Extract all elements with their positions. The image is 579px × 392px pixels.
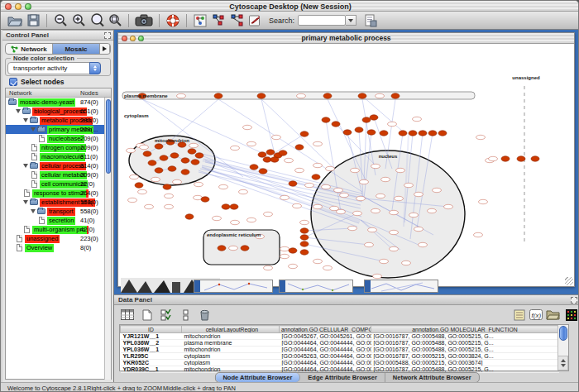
tree-row-overview[interactable]: Overview8(0): [6, 243, 111, 252]
graph-node[interactable]: [376, 93, 385, 98]
graph-node[interactable]: [474, 232, 483, 237]
table-scrollbar-thumb[interactable]: [559, 326, 567, 341]
graph-node[interactable]: [313, 163, 323, 167]
search-dropdown-button[interactable]: [346, 15, 356, 26]
graph-node[interactable]: [280, 195, 290, 199]
attribute-table-icon[interactable]: [119, 308, 135, 322]
graph-node[interactable]: [300, 220, 309, 224]
graph-node[interactable]: [264, 212, 273, 216]
graph-node[interactable]: [297, 93, 306, 98]
tab-edge-attribute-browser[interactable]: Edge Attribute Browser: [300, 373, 385, 382]
graph-node-selected[interactable]: [289, 181, 297, 186]
graph-node-selected[interactable]: [191, 160, 199, 165]
tree-row-multi-organism-pro[interactable]: multi-organism pro42(0): [6, 225, 111, 234]
graph-node[interactable]: [173, 179, 182, 184]
tab-network[interactable]: Network: [6, 44, 53, 54]
table-column-header[interactable]: ID: [121, 326, 182, 333]
zoom-selected-icon[interactable]: [88, 12, 106, 29]
disclosure-triangle-icon[interactable]: [31, 209, 36, 213]
graph-node-selected[interactable]: [343, 130, 352, 135]
graph-node[interactable]: [295, 168, 304, 172]
graph-node[interactable]: [326, 166, 335, 170]
graph-node-selected[interactable]: [222, 204, 230, 209]
graph-node[interactable]: [130, 174, 139, 179]
graph-node[interactable]: [280, 246, 290, 251]
graph-node[interactable]: [373, 274, 382, 278]
zoom-fit-icon[interactable]: [106, 12, 124, 29]
graph-node[interactable]: [381, 177, 390, 181]
graph-node[interactable]: [313, 259, 323, 263]
graph-node[interactable]: [371, 164, 380, 168]
graph-node[interactable]: [231, 220, 240, 224]
graph-node[interactable]: [353, 211, 362, 215]
disclosure-triangle-icon[interactable]: [16, 109, 21, 113]
graph-node[interactable]: [138, 189, 147, 194]
graph-edge[interactable]: [362, 96, 403, 131]
graph-node[interactable]: [390, 230, 399, 234]
tree-row-transport[interactable]: transport558(0): [6, 207, 111, 216]
graph-node-selected[interactable]: [358, 93, 366, 98]
graph-node-selected[interactable]: [391, 93, 400, 98]
graph-node-selected[interactable]: [214, 93, 223, 98]
graph-node[interactable]: [489, 156, 498, 160]
graph-node[interactable]: [127, 148, 136, 152]
graph-node-selected[interactable]: [185, 214, 194, 219]
graph-node[interactable]: [272, 135, 281, 139]
graph-node-selected[interactable]: [300, 131, 309, 136]
graph-node[interactable]: [145, 204, 154, 208]
graph-node[interactable]: [194, 182, 203, 186]
node-color-dropdown[interactable]: transporter activity: [7, 62, 101, 74]
table-column-header[interactable]: _cellularLayoutRegion: [182, 326, 280, 333]
disclosure-triangle-icon[interactable]: [23, 118, 28, 122]
tree-scrollbar[interactable]: [104, 98, 111, 380]
network-view-icon[interactable]: [191, 12, 209, 29]
tree-row-cellular-metabol[interactable]: cellular metabol209(0): [6, 170, 111, 179]
graph-node[interactable]: [409, 213, 419, 217]
graph-node[interactable]: [322, 184, 331, 189]
import-matrix-icon[interactable]: [563, 308, 579, 322]
window-titlebar[interactable]: Cytoscape Desktop (New Session): [1, 1, 579, 12]
graph-node-selected[interactable]: [258, 152, 266, 157]
graph-node-selected[interactable]: [263, 157, 271, 162]
graph-node[interactable]: [313, 204, 323, 208]
graph-node[interactable]: [305, 183, 314, 187]
graph-node-selected[interactable]: [148, 160, 156, 165]
disclosure-triangle-icon[interactable]: [31, 127, 36, 131]
graph-node[interactable]: [177, 93, 186, 98]
layout-attribute-icon[interactable]: [227, 12, 246, 29]
graph-node[interactable]: [402, 261, 411, 265]
disclosure-triangle-icon[interactable]: [23, 200, 28, 204]
graph-node-selected[interactable]: [367, 130, 376, 135]
tab-overflow-button[interactable]: [100, 44, 110, 54]
graph-node-selected[interactable]: [168, 166, 176, 171]
graph-node[interactable]: [340, 193, 349, 197]
annotation-icon[interactable]: [246, 12, 264, 29]
graph-node[interactable]: [313, 141, 323, 146]
graph-node-selected[interactable]: [181, 170, 189, 174]
graph-node[interactable]: [380, 259, 389, 263]
graph-node[interactable]: [239, 189, 248, 194]
graph-node[interactable]: [247, 218, 256, 222]
select-nodes-checkbox[interactable]: [9, 78, 17, 86]
graph-node-selected[interactable]: [135, 183, 143, 188]
graph-node[interactable]: [376, 194, 385, 198]
graph-node-selected[interactable]: [428, 131, 437, 136]
graph-node-selected[interactable]: [322, 117, 330, 122]
graph-node[interactable]: [360, 179, 369, 184]
network-canvas[interactable]: plasma membranecytoplasmmitochondrionnuc…: [119, 45, 574, 286]
graph-node-selected[interactable]: [279, 151, 287, 155]
graph-node[interactable]: [356, 196, 366, 200]
table-scrollbar-arrows[interactable]: [557, 356, 568, 370]
graph-node-selected[interactable]: [250, 165, 258, 170]
zoom-out-icon[interactable]: [51, 12, 69, 29]
tree-row-secretion[interactable]: secretion41(0): [6, 216, 111, 225]
graph-node-selected[interactable]: [143, 151, 151, 156]
formula-builder-icon[interactable]: f(x): [528, 308, 543, 322]
minimized-window-thumbnail[interactable]: [194, 280, 273, 293]
graph-node-selected[interactable]: [517, 156, 525, 161]
graph-node-selected[interactable]: [160, 155, 168, 160]
graph-node-selected[interactable]: [241, 246, 249, 251]
graph-node[interactable]: [165, 194, 174, 198]
table-column-header[interactable]: annotation.GO CELLULAR_COMPONENT: [280, 326, 371, 333]
tree-row-establishment-of-lo[interactable]: establishment of lo558(0): [6, 198, 111, 207]
